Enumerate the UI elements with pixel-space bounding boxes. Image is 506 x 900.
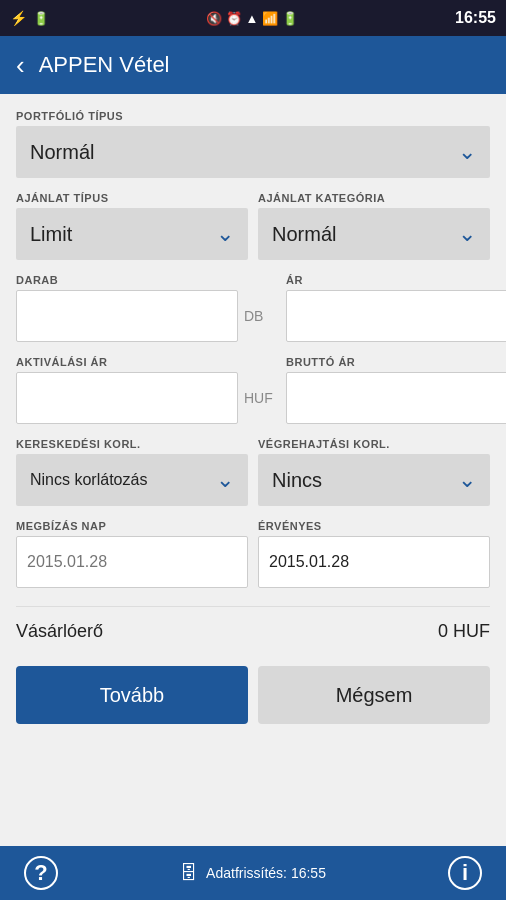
megbizas-label: MEGBÍZÁS NAP [16, 520, 248, 532]
back-button[interactable]: ‹ [16, 52, 25, 78]
portfolio-chevron-icon: ⌄ [458, 139, 476, 165]
vegrehajtas-value: Nincs [272, 469, 322, 492]
portfolio-label: PORTFÓLIÓ TÍPUS [16, 110, 490, 122]
battery-icon: 🔋 [282, 11, 298, 26]
portfolio-value: Normál [30, 141, 94, 164]
signal-icon: 📶 [262, 11, 278, 26]
vegrehajtas-chevron-icon: ⌄ [458, 467, 476, 493]
aktivalas-field-group: AKTIVÁLÁSI ÁR HUF [16, 356, 276, 424]
megbizas-field-group: MEGBÍZÁS NAP [16, 520, 248, 588]
refresh-text: Adatfrissítés: 16:55 [206, 865, 326, 881]
megsem-button[interactable]: Mégsem [258, 666, 490, 724]
tovabb-button[interactable]: Tovább [16, 666, 248, 724]
vegrehajtas-label: VÉGREHAJTÁSI KORL. [258, 438, 490, 450]
darab-unit: DB [244, 308, 276, 324]
kereskedesi-label: KERESKEDÉSI KORL. [16, 438, 248, 450]
brutto-input-wrapper: HUF [286, 372, 506, 424]
aktivalas-input[interactable] [16, 372, 238, 424]
vasarloero-label: Vásárlóerő [16, 621, 103, 642]
offer-category-label: AJÁNLAT KATEGÓRIA [258, 192, 490, 204]
darab-ar-row: DARAB DB ÁR HUF [16, 274, 490, 356]
ar-label: ÁR [286, 274, 506, 286]
portfolio-dropdown[interactable]: Normál ⌄ [16, 126, 490, 178]
offer-category-value: Normál [272, 223, 336, 246]
battery-small-icon: 🔋 [33, 11, 49, 26]
info-button[interactable]: i [448, 856, 482, 890]
page-title: APPEN Vétel [39, 52, 170, 78]
darab-field-group: DARAB DB [16, 274, 276, 342]
main-content: PORTFÓLIÓ TÍPUS Normál ⌄ AJÁNLAT TÍPUS L… [0, 94, 506, 846]
app-header: ‹ APPEN Vétel [0, 36, 506, 94]
darab-label: DARAB [16, 274, 276, 286]
vasarloero-row: Vásárlóerő 0 HUF [16, 606, 490, 656]
aktivalas-brutto-row: AKTIVÁLÁSI ÁR HUF BRUTTÓ ÁR HUF [16, 356, 490, 438]
ervnyes-label: ÉRVÉNYES [258, 520, 490, 532]
brutto-input[interactable] [286, 372, 506, 424]
vegrehajtas-dropdown[interactable]: Nincs ⌄ [258, 454, 490, 506]
brutto-field-group: BRUTTÓ ÁR HUF [286, 356, 506, 424]
offer-category-field-group: AJÁNLAT KATEGÓRIA Normál ⌄ [258, 192, 490, 260]
kereskedesi-dropdown[interactable]: Nincs korlátozás ⌄ [16, 454, 248, 506]
usb-icon: ⚡ [10, 10, 27, 26]
ar-input[interactable] [286, 290, 506, 342]
dates-row: MEGBÍZÁS NAP ÉRVÉNYES [16, 520, 490, 602]
darab-input-wrapper: DB [16, 290, 276, 342]
korl-row: KERESKEDÉSI KORL. Nincs korlátozás ⌄ VÉG… [16, 438, 490, 520]
offer-type-dropdown[interactable]: Limit ⌄ [16, 208, 248, 260]
button-row: Tovább Mégsem [16, 656, 490, 734]
offer-type-field-group: AJÁNLAT TÍPUS Limit ⌄ [16, 192, 248, 260]
status-bar: ⚡ 🔋 🔇 ⏰ ▲ 📶 🔋 16:55 [0, 0, 506, 36]
offer-type-value: Limit [30, 223, 72, 246]
ervnyes-input-wrapper [258, 536, 490, 588]
offer-category-dropdown[interactable]: Normál ⌄ [258, 208, 490, 260]
footer-refresh: 🗄 Adatfrissítés: 16:55 [180, 863, 326, 884]
aktivalas-unit: HUF [244, 390, 276, 406]
kereskedesi-field-group: KERESKEDÉSI KORL. Nincs korlátozás ⌄ [16, 438, 248, 506]
alarm-icon: ⏰ [226, 11, 242, 26]
offer-type-chevron-icon: ⌄ [216, 221, 234, 247]
offer-type-label: AJÁNLAT TÍPUS [16, 192, 248, 204]
offer-row: AJÁNLAT TÍPUS Limit ⌄ AJÁNLAT KATEGÓRIA … [16, 192, 490, 274]
megbizas-input[interactable] [16, 536, 248, 588]
vegrehajtas-field-group: VÉGREHAJTÁSI KORL. Nincs ⌄ [258, 438, 490, 506]
status-icons: 🔇 ⏰ ▲ 📶 🔋 [206, 11, 299, 26]
aktivalas-label: AKTIVÁLÁSI ÁR [16, 356, 276, 368]
mute-icon: 🔇 [206, 11, 222, 26]
brutto-label: BRUTTÓ ÁR [286, 356, 506, 368]
status-time: 16:55 [455, 9, 496, 27]
vasarloero-value: 0 HUF [438, 621, 490, 642]
portfolio-field-group: PORTFÓLIÓ TÍPUS Normál ⌄ [16, 110, 490, 178]
database-icon: 🗄 [180, 863, 198, 884]
offer-category-chevron-icon: ⌄ [458, 221, 476, 247]
ar-input-wrapper: HUF [286, 290, 506, 342]
ervnyes-field-group: ÉRVÉNYES [258, 520, 490, 588]
wifi-icon: ▲ [246, 11, 259, 26]
darab-input[interactable] [16, 290, 238, 342]
ervnyes-input[interactable] [258, 536, 490, 588]
megbizas-input-wrapper [16, 536, 248, 588]
kereskedesi-chevron-icon: ⌄ [216, 467, 234, 493]
aktivalas-input-wrapper: HUF [16, 372, 276, 424]
app-footer: ? 🗄 Adatfrissítés: 16:55 i [0, 846, 506, 900]
ar-field-group: ÁR HUF [286, 274, 506, 342]
help-button[interactable]: ? [24, 856, 58, 890]
kereskedesi-value: Nincs korlátozás [30, 471, 147, 489]
status-left: ⚡ 🔋 [10, 10, 49, 26]
